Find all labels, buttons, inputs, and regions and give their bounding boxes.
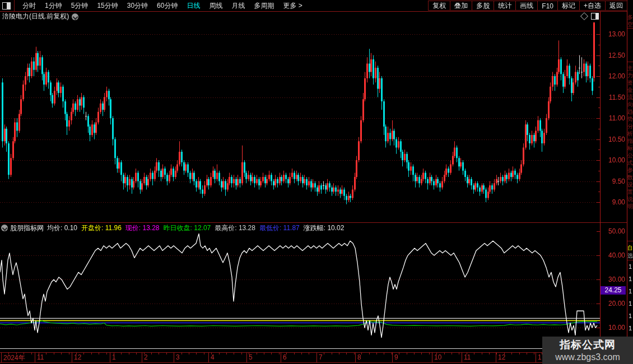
- indicator-value-badge: 24.25: [601, 286, 626, 295]
- toolbar-button-3[interactable]: 统计: [494, 1, 515, 11]
- price-axis-label: 12.00: [602, 72, 625, 80]
- strip-glyph: 1: [627, 312, 633, 319]
- period-tab-4[interactable]: 30分钟: [123, 1, 152, 11]
- period-toolbar: 分时1分钟5分钟15分钟30分钟60分钟日线周线月线多周期更多 > 复权叠加多股…: [0, 0, 627, 11]
- strip-glyph: 选: [627, 252, 633, 259]
- strip-divider: [627, 62, 633, 62]
- strip-glyph: 数: [627, 174, 633, 181]
- candlestick-chart[interactable]: [0, 0, 633, 364]
- price-axis-label: 11.00: [602, 114, 625, 122]
- strip-glyph: 指: [627, 137, 633, 144]
- strip-glyph: 析: [627, 130, 633, 137]
- watermark: 指标公式网 www.zbgs3.com: [542, 337, 633, 364]
- strip-glyph: 说: [627, 195, 633, 203]
- time-axis-label: 3: [176, 353, 180, 361]
- strip-glyph: 式: [627, 159, 633, 166]
- strip-glyph: 参: [627, 166, 633, 174]
- period-tab-6[interactable]: 日线: [182, 1, 204, 11]
- time-axis-label: 9: [394, 353, 398, 361]
- period-tab-3[interactable]: 15分钟: [92, 1, 122, 11]
- strip-glyph: 资: [627, 79, 633, 86]
- strip-glyph: 势: [627, 115, 633, 123]
- strip-glyph: 标: [627, 144, 633, 152]
- toolbar-button-2[interactable]: 多股: [472, 1, 494, 11]
- price-axis-label: 9.00: [602, 198, 625, 206]
- toolbar-button-1[interactable]: 叠加: [450, 1, 472, 11]
- strip-glyph: 1: [627, 263, 633, 270]
- strip-glyph: 多: [627, 13, 633, 21]
- price-axis-label: 10.50: [602, 136, 625, 143]
- indicator-source-label: 股朋指标网: [10, 223, 44, 233]
- panel-toggle-icon[interactable]: [591, 13, 599, 20]
- time-axis-label: 7: [319, 353, 323, 361]
- time-axis-label: 8: [357, 353, 361, 361]
- indicator-field-6: 涨跌幅: 10.02: [304, 223, 345, 233]
- time-axis-label: 11: [37, 353, 44, 361]
- indicator-axis-label: 50.00: [602, 227, 625, 235]
- watermark-title: 指标公式网: [542, 338, 633, 352]
- toolbar-button-8[interactable]: 返回: [605, 1, 627, 11]
- price-axis-label: 12.50: [602, 52, 625, 59]
- symbol-title-bar[interactable]: 涪陵电力(日线.前复权): [2, 12, 78, 21]
- strip-glyph: 分: [627, 123, 633, 130]
- indicator-field-4: 最高价: 13.28: [215, 223, 255, 233]
- indicator-field-5: 最低价: 11.87: [259, 223, 300, 233]
- page-title: 涪陵电力(日线.前复权): [2, 12, 69, 21]
- indicator-axis-label: 20.00: [602, 300, 625, 307]
- time-axis-label: 1: [538, 353, 542, 361]
- toolbar-buttons: 复权叠加多股统计画线F10标记+自选返回: [428, 1, 627, 11]
- period-tab-5[interactable]: 60分钟: [152, 1, 182, 11]
- diamond-icon[interactable]: [580, 12, 588, 20]
- time-axis-label: 10: [434, 353, 441, 361]
- period-tab-1[interactable]: 1分钟: [40, 1, 67, 11]
- price-axis-label: 10.00: [602, 156, 625, 164]
- strip-glyph: 空: [627, 21, 633, 28]
- toolbar-button-4[interactable]: 画线: [515, 1, 537, 11]
- time-axis-label: 12: [498, 353, 505, 361]
- trading-app-window: 分时1分钟5分钟15分钟30分钟60分钟日线周线月线多周期更多 > 复权叠加多股…: [0, 0, 633, 364]
- period-tab-10[interactable]: 更多 >: [278, 1, 306, 11]
- price-axis-label: 11.50: [602, 94, 625, 101]
- right-vertical-toolbar[interactable]: 多空主力资金流向趋势分析指标公式参数设置说明自选11111111: [627, 0, 633, 364]
- layout-toggle-icon[interactable]: [2, 2, 11, 10]
- time-axis-label: 5: [249, 353, 253, 361]
- chevron-down-circle-icon[interactable]: [72, 13, 78, 20]
- toolbar-button-7[interactable]: +自选: [579, 1, 605, 11]
- strip-glyph: 主: [627, 64, 633, 72]
- strip-glyph: 力: [627, 72, 633, 79]
- watermark-url: www.zbgs3.com: [542, 352, 633, 362]
- toolbar-button-6[interactable]: 标记: [557, 1, 579, 11]
- strip-glyph: 向: [627, 101, 633, 108]
- indicator-field-1: 开盘价: 11.96: [81, 223, 122, 233]
- price-axis-label: 13.00: [602, 30, 625, 38]
- indicator-axis-label: 40.00: [602, 251, 625, 259]
- strip-glyph: 明: [627, 203, 633, 210]
- indicator-fields: 均价: 0.10开盘价: 11.96现价: 13.28昨日收盘: 12.07最高…: [47, 223, 348, 233]
- strip-glyph: 置: [627, 188, 633, 195]
- chevron-down-circle-icon[interactable]: [1, 225, 8, 231]
- toolbar-divider: [14, 0, 15, 11]
- strip-divider: [627, 241, 633, 241]
- period-tab-0[interactable]: 分时: [18, 1, 40, 11]
- period-tab-2[interactable]: 5分钟: [67, 1, 93, 11]
- toolbar-button-5[interactable]: F10: [537, 1, 557, 11]
- time-axis-label: 6: [283, 353, 287, 361]
- period-tab-8[interactable]: 月线: [227, 1, 249, 11]
- time-axis-label: 2: [144, 353, 148, 361]
- strip-glyph: 公: [627, 152, 633, 159]
- strip-glyph: 趋: [627, 108, 633, 115]
- strip-glyph: 1: [627, 325, 633, 332]
- indicator-field-0: 均价: 0.10: [47, 223, 77, 233]
- time-axis-label: 2024年: [3, 353, 25, 363]
- strip-glyph: 设: [627, 181, 633, 188]
- period-tab-7[interactable]: 周线: [204, 1, 227, 11]
- indicator-header: 股朋指标网 均价: 0.10开盘价: 11.96现价: 13.28昨日收盘: 1…: [1, 223, 348, 232]
- indicator-axis-label: 30.00: [602, 276, 625, 283]
- time-axis-label: 11: [464, 353, 471, 361]
- time-axis-label: 12: [74, 353, 81, 361]
- strip-glyph: 1: [627, 300, 633, 307]
- period-tab-9[interactable]: 多周期: [249, 1, 278, 11]
- toolbar-button-0[interactable]: 复权: [428, 1, 450, 11]
- time-axis-label: 1: [112, 353, 116, 361]
- indicator-field-2: 现价: 13.28: [125, 223, 160, 233]
